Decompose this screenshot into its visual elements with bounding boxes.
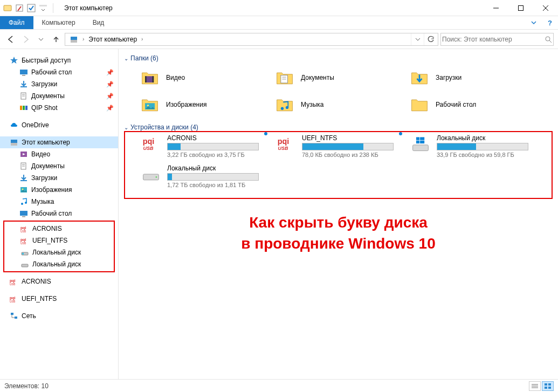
minimize-button[interactable] bbox=[484, 0, 508, 16]
breadcrumb-this-pc[interactable]: Этот компьютер bbox=[85, 35, 140, 44]
svg-rect-73 bbox=[545, 387, 547, 389]
quick-access-toolbar bbox=[0, 3, 59, 13]
folder-desktop[interactable]: Рабочий стол bbox=[410, 92, 545, 117]
music-icon bbox=[19, 197, 28, 206]
view-tab[interactable]: Вид bbox=[84, 16, 113, 29]
group-folders-header[interactable]: ⌄ Папки (6) bbox=[124, 52, 553, 64]
sidebar-item-label: Музыка bbox=[31, 198, 54, 205]
drive-label: Локальный диск bbox=[167, 164, 216, 172]
sidebar-qip[interactable]: QIP Shot 📌 bbox=[0, 102, 118, 114]
music-folder-icon bbox=[275, 95, 294, 114]
folder-pictures[interactable]: Изображения bbox=[140, 92, 275, 117]
pin-icon: 📌 bbox=[106, 81, 114, 88]
computer-tab[interactable]: Компьютер bbox=[33, 16, 84, 29]
sidebar-pictures[interactable]: Изображения bbox=[0, 184, 118, 196]
folder-videos[interactable]: Видео bbox=[140, 65, 275, 90]
drive-acronis[interactable]: pqiUSB ACRONIS 3,22 ГБ свободно из 3,75 … bbox=[141, 134, 276, 162]
pictures-icon bbox=[19, 185, 28, 194]
sidebar-quick-access[interactable]: Быстрый доступ bbox=[0, 54, 118, 66]
sidebar-drive-local1[interactable]: Локальный диск bbox=[4, 246, 114, 258]
forward-button[interactable] bbox=[19, 33, 32, 46]
svg-rect-20 bbox=[25, 106, 27, 110]
maximize-button[interactable] bbox=[508, 0, 533, 16]
sidebar-onedrive[interactable]: OneDrive bbox=[0, 119, 118, 131]
sidebar-music[interactable]: Музыка bbox=[0, 196, 118, 208]
sidebar-videos[interactable]: Видео bbox=[0, 148, 118, 160]
file-tab[interactable]: Файл bbox=[0, 16, 33, 29]
sidebar-drive-acronis[interactable]: pqiUSB ACRONIS bbox=[4, 223, 114, 235]
folder-label: Музыка bbox=[301, 101, 323, 108]
sidebar-desktop[interactable]: Рабочий стол 📌 bbox=[0, 66, 118, 78]
svg-rect-21 bbox=[11, 143, 17, 146]
sidebar-item-label: Рабочий стол bbox=[31, 210, 72, 217]
drive-uefi[interactable]: pqiUSB UEFI_NTFS 78,0 КБ свободно из 238… bbox=[276, 134, 411, 162]
windows-drive-icon bbox=[411, 134, 430, 154]
chevron-down-icon: ⌄ bbox=[124, 125, 128, 130]
svg-rect-22 bbox=[11, 140, 17, 143]
pictures-folder-icon bbox=[140, 95, 160, 114]
back-button[interactable] bbox=[4, 33, 17, 46]
svg-rect-9 bbox=[71, 37, 77, 40]
drive-label: UEFI_NTFS bbox=[302, 134, 337, 142]
address-dropdown-button[interactable] bbox=[411, 33, 424, 45]
sidebar-item-label: Видео bbox=[31, 150, 50, 158]
annotation-line1: Как скрыть букву диска bbox=[124, 212, 553, 233]
sidebar-desktop2[interactable]: Рабочий стол bbox=[0, 208, 118, 219]
qat-check-icon[interactable] bbox=[27, 4, 36, 12]
qat-dropdown-icon[interactable] bbox=[39, 4, 47, 12]
svg-rect-5 bbox=[519, 5, 523, 10]
ribbon-expand-button[interactable] bbox=[526, 16, 542, 29]
view-tiles-button[interactable] bbox=[542, 381, 554, 391]
folder-downloads[interactable]: Загрузки bbox=[410, 65, 545, 90]
ribbon-help-button[interactable]: ? bbox=[542, 16, 558, 29]
svg-rect-0 bbox=[4, 5, 11, 11]
sidebar-downloads2[interactable]: Загрузки bbox=[0, 172, 118, 184]
svg-rect-8 bbox=[71, 40, 77, 43]
sidebar-network[interactable]: Сеть bbox=[0, 310, 118, 322]
folder-label: Изображения bbox=[166, 101, 206, 108]
usb-drive-icon: pqiUSB bbox=[276, 134, 295, 154]
content-pane: ⌄ Папки (6) Видео Документы Загрузки Изо… bbox=[119, 49, 558, 379]
network-icon bbox=[10, 312, 18, 320]
search-input[interactable] bbox=[442, 36, 542, 43]
downloads-icon bbox=[19, 80, 28, 88]
this-pc-icon bbox=[10, 138, 18, 147]
sidebar-drive-uefi[interactable]: pqiUSB UEFI_NTFS bbox=[4, 235, 114, 246]
svg-rect-45 bbox=[11, 313, 13, 315]
sidebar-acronis2[interactable]: pqiUSB ACRONIS bbox=[0, 276, 118, 287]
navigation-bar: › Этот компьютер › bbox=[0, 30, 558, 49]
sidebar-item-label: Быстрый доступ bbox=[22, 57, 71, 64]
sidebar-documents2[interactable]: Документы bbox=[0, 160, 118, 172]
sidebar-this-pc[interactable]: Этот компьютер bbox=[0, 136, 118, 148]
svg-point-10 bbox=[546, 37, 550, 41]
folder-music[interactable]: Музыка bbox=[275, 92, 410, 117]
pin-icon: 📌 bbox=[106, 69, 114, 76]
refresh-button[interactable] bbox=[424, 33, 437, 45]
breadcrumb-chevron-icon[interactable]: › bbox=[82, 36, 84, 42]
close-button[interactable] bbox=[533, 0, 558, 16]
folder-label: Документы bbox=[301, 74, 334, 81]
sidebar-documents[interactable]: Документы 📌 bbox=[0, 90, 118, 102]
qat-properties-icon[interactable] bbox=[15, 4, 24, 12]
ribbon: Файл Компьютер Вид ? bbox=[0, 16, 558, 30]
breadcrumb-chevron-icon[interactable]: › bbox=[141, 36, 143, 42]
folder-documents[interactable]: Документы bbox=[275, 65, 410, 90]
drive-usage-bar bbox=[437, 143, 528, 150]
documents-folder-icon bbox=[275, 68, 294, 87]
documents-icon bbox=[19, 162, 28, 170]
view-details-button[interactable] bbox=[529, 381, 541, 391]
drive-local-windows[interactable]: Локальный диск 33,9 ГБ свободно из 59,8 … bbox=[411, 134, 546, 162]
sidebar-downloads[interactable]: Загрузки 📌 bbox=[0, 78, 118, 90]
sidebar-uefi2[interactable]: pqiUSB UEFI_NTFS bbox=[0, 293, 118, 305]
search-box[interactable] bbox=[440, 33, 554, 46]
annotation-text: Как скрыть букву диска в проводнике Wind… bbox=[124, 212, 553, 254]
address-root-icon[interactable] bbox=[66, 34, 81, 45]
sidebar-drive-local2[interactable]: Локальный диск bbox=[4, 258, 114, 270]
svg-rect-18 bbox=[20, 106, 22, 110]
onedrive-icon bbox=[10, 121, 18, 129]
drive-local-hdd[interactable]: Локальный диск 1,72 ТБ свободно из 1,81 … bbox=[141, 164, 276, 192]
recent-locations-button[interactable] bbox=[35, 33, 47, 46]
desktop-icon bbox=[19, 209, 28, 218]
address-bar[interactable]: › Этот компьютер › bbox=[65, 33, 438, 46]
up-button[interactable] bbox=[50, 33, 63, 46]
